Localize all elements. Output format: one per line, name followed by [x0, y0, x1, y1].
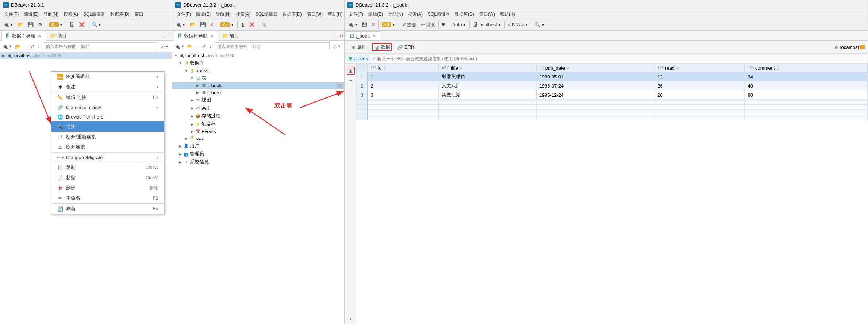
menu-window-mid[interactable]: 窗口(W) [305, 11, 325, 18]
mid-tb-open[interactable]: 📂 [188, 21, 197, 28]
table-row[interactable]: 1 1 射雕英雄传 1980-05-01 12 34 [357, 72, 868, 81]
mid-tb-db1[interactable]: 🗄 [239, 22, 247, 28]
ctx-connect[interactable]: 🔌 连接 [51, 122, 164, 132]
menu-file-left[interactable]: 文件(F) [2, 11, 21, 18]
ctx-refresh[interactable]: 🔄 刷新 F5 [51, 203, 164, 214]
tab-project-left[interactable]: 📁 项目 [46, 31, 71, 40]
menu-sql-right[interactable]: SQL编辑器 [426, 11, 452, 18]
mid-tb-save[interactable]: 💾 [198, 21, 208, 28]
mid-tb-search[interactable]: 🔍 [260, 21, 268, 28]
menu-edit-right[interactable]: 编辑(E) [366, 11, 385, 18]
side-icon-row[interactable]: ≡ [347, 77, 355, 85]
menu-search-right[interactable]: 搜索(A) [406, 11, 425, 18]
menu-sql-mid[interactable]: SQL编辑器 [253, 11, 280, 18]
menu-file-right[interactable]: 文件(F) [347, 11, 365, 18]
tab-project-mid[interactable]: 📁 项目 [218, 31, 243, 40]
tb-new-conn[interactable]: 🔌 ▼ [1, 21, 15, 28]
nav-filter-input-left[interactable] [43, 42, 157, 50]
r-tb-submit[interactable]: ✔ 提交 [400, 20, 418, 29]
col-comment-filter-icon[interactable]: ▽ [776, 66, 779, 70]
tree-views[interactable]: ▶ 👁 视图 [172, 96, 344, 104]
ctx-rename[interactable]: ✏ 重命名 F2 [51, 193, 164, 203]
menu-nav-mid[interactable]: 导航(N) [214, 11, 233, 18]
ctx-compare[interactable]: ⟺ Compare/Migrate › [51, 152, 164, 162]
max-btn-left[interactable]: □ [168, 34, 170, 38]
menu-nav-right[interactable]: 导航(N) [386, 11, 405, 18]
table-row[interactable]: 3 3 笑傲江湖 1995-12-24 20 80 [357, 90, 868, 100]
ctx-disconnect[interactable]: ⏏ 断开连接 [51, 142, 164, 152]
menu-db-right[interactable]: 数据库(D) [453, 11, 476, 18]
side-icon-sort[interactable]: ↕ [347, 315, 355, 323]
mid-filter-4[interactable]: ⇄ [201, 43, 206, 50]
filter-tb-3[interactable]: — [23, 43, 28, 49]
r-tb-localhost[interactable]: 🗄 localhost ▼ [471, 21, 503, 28]
r-tb-sql[interactable]: SQL ▼ [380, 21, 397, 28]
tree-events[interactable]: ▶ 📅 Events [172, 128, 344, 135]
menu-window-left[interactable]: 窗口 [132, 11, 146, 18]
r-tb-grid[interactable]: ⊞ [440, 21, 447, 28]
r-tb-save[interactable]: 💾 [360, 21, 369, 28]
tbook-tab-close[interactable]: ✕ [371, 34, 376, 39]
min-btn-left[interactable]: — [162, 34, 166, 38]
filter-tb-4[interactable]: ⇄ [30, 43, 35, 50]
tb-connect2[interactable]: 🗄 [68, 21, 76, 28]
mid-tb-x[interactable]: ✕ [208, 21, 215, 28]
menu-nav-left[interactable]: 导航(N) [41, 11, 61, 18]
menu-window-right[interactable]: 窗口(W) [477, 11, 497, 18]
tree-tbook[interactable]: ▶ ⊞ t_book 16K [172, 82, 344, 89]
tab-nav-close-left[interactable]: ✕ [37, 34, 42, 39]
r-tb-search[interactable]: 🔍 ▼ [533, 21, 546, 28]
tab-db-nav-mid[interactable]: 🗄 数据库导航 ✕ [174, 31, 218, 41]
r-tb-rollback[interactable]: ↩ 回滚 [419, 20, 437, 29]
ctx-edit-conn[interactable]: ✏️ 编辑 连接 F4 [51, 92, 164, 103]
tb-settings[interactable]: ⚙ [36, 21, 44, 28]
tree-triggers[interactable]: ▶ ⚡ 触发器 [172, 120, 344, 128]
mid-filter-3[interactable]: — [195, 43, 200, 49]
ctx-browse[interactable]: 🌐 Browse from here [51, 112, 164, 122]
tb-save[interactable]: 💾 [26, 21, 35, 28]
col-title-filter-icon[interactable]: ▽ [460, 66, 462, 70]
col-read-filter-icon[interactable]: ▽ [676, 66, 679, 70]
mid-filter-2[interactable]: 📂 [187, 43, 193, 50]
r-tb-x[interactable]: ✕ [370, 21, 377, 28]
menu-help-right[interactable]: 帮助(H) [498, 11, 517, 18]
col-read-header[interactable]: 123 read ▽ [654, 64, 745, 72]
sql-filter-input[interactable] [377, 56, 866, 61]
nav-filter-input-mid[interactable] [215, 42, 330, 50]
tree-books[interactable]: ▼ 🗄 books [172, 67, 344, 74]
tree-root-left[interactable]: ▶ 🔌 localhost - localhost:3306 [0, 52, 172, 59]
subtab-attrs[interactable]: ⊞ 属性 [347, 42, 370, 52]
mid-filter-funnel[interactable]: ⊿ ▼ [331, 43, 343, 50]
col-id-filter-icon[interactable]: ▽ [383, 66, 386, 70]
ctx-delete[interactable]: 🗑 删除 删除 [51, 183, 164, 193]
ctx-reconnect[interactable]: ↺ 断开/重新连接 [51, 132, 164, 142]
filter-tb-2[interactable]: 📂 [14, 43, 22, 50]
menu-edit-left[interactable]: 编辑(E) [22, 11, 41, 18]
subtab-er[interactable]: 🔗 ER图 [393, 42, 420, 52]
col-pubdate-filter-icon[interactable]: ▽ [566, 66, 569, 70]
max-btn-mid[interactable]: □ [340, 34, 343, 38]
tree-users[interactable]: ▶ 👤 用户 [172, 142, 344, 150]
menu-search-left[interactable]: 搜索(A) [61, 11, 80, 18]
min-btn-mid[interactable]: — [335, 34, 339, 38]
table-row[interactable]: 2 2 天龙八部 1986-07-24 36 40 [357, 81, 868, 90]
tree-sysinfo[interactable]: ▶ ℹ 系统信息 [172, 158, 344, 166]
ctx-paste[interactable]: 📄 粘贴 Ctrl+V [51, 173, 164, 183]
menu-sql-left[interactable]: SQL编辑器 [81, 11, 107, 18]
ctx-create[interactable]: ✚ 创建 › [51, 82, 164, 92]
ctx-copy[interactable]: 📋 复制 Ctrl+C [51, 162, 164, 173]
filter-tb-5[interactable]: ⋮ [36, 43, 42, 50]
mid-tb-db2[interactable]: ❌ [247, 21, 256, 28]
ctx-sql-editor[interactable]: SQL SQL编辑器 › [51, 72, 164, 82]
tree-thero[interactable]: ▶ ⊞ t_hero 32K [172, 89, 344, 96]
tb-sql-btn[interactable]: SQL ▼ [47, 21, 65, 28]
tree-root-mid[interactable]: ▼ 🔌 localhost - localhost:3306 [172, 52, 344, 59]
tree-sys[interactable]: ▶ 🗄 sys [172, 135, 344, 142]
mid-tb-new[interactable]: 🔌 ▼ [174, 21, 187, 28]
tb-open[interactable]: 📂 [16, 21, 25, 28]
col-id-header[interactable]: 123 id ▽ [368, 64, 439, 72]
tree-databases[interactable]: ▼ 🗄 数据库 [172, 59, 344, 67]
filter-tb-1[interactable]: 🔌 ▼ [1, 43, 13, 50]
menu-help-mid[interactable]: 帮助(H) [326, 11, 345, 18]
tb-disconnect[interactable]: ❌ [77, 21, 87, 28]
